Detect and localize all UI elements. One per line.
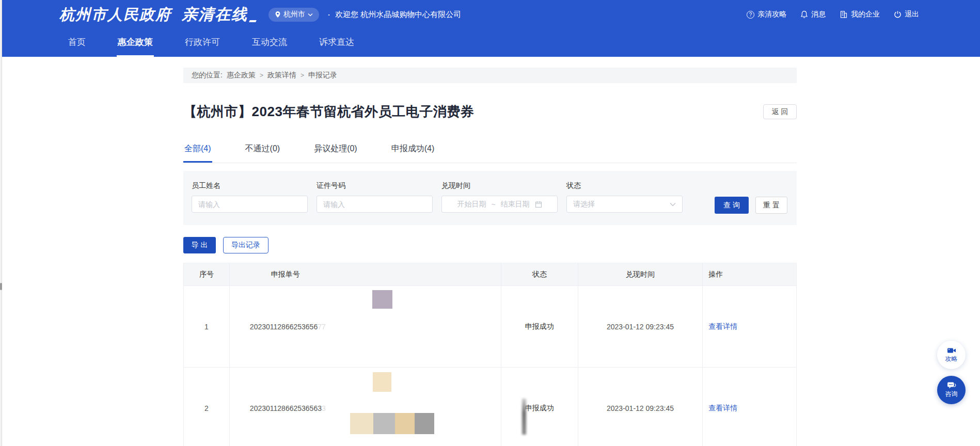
chevron-down-icon — [308, 13, 313, 17]
declare-no-faded-text: 77 — [318, 323, 326, 331]
redeem-time-range-picker[interactable]: 开始日期 ~ 结束日期 — [441, 196, 558, 213]
redacted-block — [373, 372, 391, 392]
column-header-declare-no: 申报单号 — [230, 263, 501, 285]
breadcrumb-separator: > — [301, 72, 304, 79]
cell-status: 申报成功 — [501, 286, 578, 367]
date-range-separator: ~ — [491, 200, 495, 209]
welcome-separator: · — [327, 9, 330, 20]
logo-brand-text: 亲清在线 — [182, 4, 248, 25]
table-row: 2 2023011286625365633 申报成功 2023-01-12 09… — [184, 368, 796, 446]
building-icon — [840, 10, 848, 19]
cell-index: 2 — [184, 368, 230, 446]
floating-consult-button[interactable]: 咨询 — [937, 376, 966, 404]
cell-operation: 查看详情 — [703, 286, 796, 367]
floating-guide-button[interactable]: 攻略 — [937, 341, 966, 369]
export-records-button[interactable]: 导出记录 — [223, 237, 268, 253]
nav-item-administrative-license[interactable]: 行政许可 — [184, 29, 221, 57]
app-header: 杭州市人民政府 亲清在线 杭州市 · 欢迎您 杭州水晶城购物中心有限公司 — [0, 0, 980, 57]
filter-panel: 员工姓名 证件号码 兑现时间 开始日期 ~ 结束日期 — [183, 171, 797, 225]
logo-flourish — [249, 20, 257, 22]
cell-declare-no: 2023011286625365633 — [230, 368, 501, 446]
view-detail-link[interactable]: 查看详情 — [708, 322, 737, 331]
status-select[interactable]: 请选择 — [566, 196, 683, 213]
field-status: 状态 请选择 — [566, 181, 683, 214]
guide-float-label: 攻略 — [945, 355, 958, 363]
nav-item-home[interactable]: 首页 — [67, 29, 87, 57]
breadcrumb-item-policy-detail[interactable]: 政策详情 — [267, 71, 296, 80]
reset-button[interactable]: 重 置 — [755, 197, 787, 214]
my-company-label: 我的企业 — [851, 10, 880, 19]
question-circle-icon: ? — [747, 11, 754, 19]
status-label: 状态 — [566, 181, 683, 190]
consult-float-label: 咨询 — [945, 390, 958, 399]
chevron-down-icon — [670, 202, 676, 206]
menu-item-logout[interactable]: 退出 — [894, 10, 919, 19]
cell-redeem-time: 2023-01-12 09:23:45 — [578, 368, 703, 446]
video-camera-icon — [947, 347, 956, 354]
cell-declare-no: 2023011286625365677 — [230, 286, 501, 367]
tab-all[interactable]: 全部(4) — [183, 144, 212, 163]
table-row: 1 2023011286625365677 申报成功 2023-01-12 09… — [184, 286, 796, 368]
breadcrumb-item-policy[interactable]: 惠企政策 — [227, 71, 256, 80]
cell-status: 申报成功 — [501, 368, 578, 446]
tab-rejected[interactable]: 不通过(0) — [244, 144, 281, 163]
id-number-input[interactable] — [317, 196, 433, 213]
tab-objection[interactable]: 异议处理(0) — [313, 144, 358, 163]
location-pin-icon — [275, 11, 281, 18]
back-button[interactable]: 返 回 — [763, 104, 797, 119]
redacted-block — [372, 290, 392, 309]
logo-government-text: 杭州市人民政府 — [59, 5, 171, 25]
declare-no-text: 20230112866253656 — [250, 323, 318, 331]
power-icon — [894, 10, 902, 19]
tab-success[interactable]: 申报成功(4) — [390, 144, 436, 163]
nav-item-interaction[interactable]: 互动交流 — [251, 29, 288, 57]
employee-name-label: 员工姓名 — [192, 181, 308, 190]
logout-label: 退出 — [905, 10, 919, 19]
header-top-row: 杭州市人民政府 亲清在线 杭州市 · 欢迎您 杭州水晶城购物中心有限公司 — [0, 0, 980, 29]
column-header-index: 序号 — [184, 263, 230, 285]
breadcrumb-prefix: 您的位置: — [192, 71, 223, 80]
filter-buttons: 查 询 重 置 — [715, 197, 787, 214]
status-select-placeholder: 请选择 — [573, 200, 595, 209]
export-actions: 导 出 导出记录 — [183, 237, 797, 253]
column-header-operation: 操作 — [703, 263, 796, 285]
window-edge-tick — [0, 283, 2, 290]
search-button[interactable]: 查 询 — [715, 197, 749, 214]
chat-bubble-icon — [947, 381, 956, 389]
menu-item-guide[interactable]: ? 亲清攻略 — [747, 10, 786, 19]
page-title: 【杭州市】2023年春节留杭省外员工电子消费券 — [183, 103, 474, 121]
nav-item-enterprise-policy[interactable]: 惠企政策 — [117, 29, 154, 57]
export-button[interactable]: 导 出 — [183, 237, 216, 253]
calendar-icon — [535, 201, 542, 208]
menu-item-my-company[interactable]: 我的企业 — [840, 10, 880, 19]
start-date-placeholder: 开始日期 — [457, 200, 486, 209]
status-tabs: 全部(4) 不通过(0) 异议处理(0) 申报成功(4) — [183, 144, 797, 163]
welcome-company-text: 欢迎您 杭州水晶城购物中心有限公司 — [335, 10, 461, 20]
messages-label: 消息 — [811, 10, 826, 19]
menu-item-messages[interactable]: 消息 — [800, 10, 826, 19]
location-selector[interactable]: 杭州市 — [268, 8, 319, 22]
view-detail-link[interactable]: 查看详情 — [708, 404, 737, 413]
breadcrumb: 您的位置: 惠企政策 > 政策详情 > 申报记录 — [183, 68, 797, 83]
column-header-redeem-time: 兑现时间 — [578, 263, 703, 285]
bell-icon — [800, 10, 808, 19]
column-header-status: 状态 — [501, 263, 578, 285]
cell-redeem-time: 2023-01-12 09:23:45 — [578, 286, 703, 367]
breadcrumb-item-declare-records: 申报记录 — [308, 71, 337, 80]
cell-index: 1 — [184, 286, 230, 367]
field-id-number: 证件号码 — [317, 181, 433, 214]
window-edge — [0, 0, 2, 446]
cell-operation: 查看详情 — [703, 368, 796, 446]
nav-item-appeal[interactable]: 诉求直达 — [318, 29, 355, 57]
field-redeem-time: 兑现时间 开始日期 ~ 结束日期 — [441, 181, 558, 214]
redeem-time-label: 兑现时间 — [441, 181, 558, 190]
site-logo[interactable]: 杭州市人民政府 亲清在线 — [59, 4, 248, 25]
declare-records-table: 序号 申报单号 状态 兑现时间 操作 1 2023011286625365677… — [183, 263, 797, 446]
breadcrumb-separator: > — [260, 72, 263, 79]
employee-name-input[interactable] — [192, 196, 308, 213]
field-employee-name: 员工姓名 — [192, 181, 308, 214]
redacted-strip — [350, 413, 434, 434]
id-number-label: 证件号码 — [317, 181, 433, 190]
location-label: 杭州市 — [283, 10, 305, 19]
main-container: 您的位置: 惠企政策 > 政策详情 > 申报记录 【杭州市】2023年春节留杭省… — [183, 57, 797, 446]
